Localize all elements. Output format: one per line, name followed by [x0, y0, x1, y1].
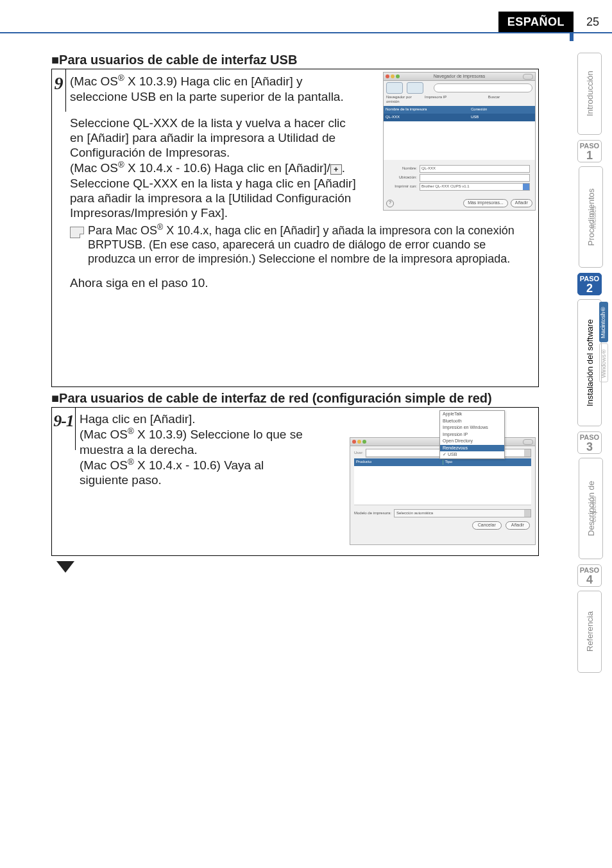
- plus-icon[interactable]: +: [330, 164, 342, 175]
- toolbar-toggle-icon[interactable]: [523, 439, 533, 445]
- step-9-1-para-1: Haga clic en [Añadir].: [80, 412, 310, 426]
- subtab-macintosh[interactable]: Macintosh®: [599, 302, 608, 342]
- protocol-menu[interactable]: AppleTalk Bluetooth Impresión en Windows…: [439, 410, 505, 459]
- shot1-titlebar: Navegador de impresoras: [384, 73, 535, 81]
- model-select[interactable]: Selección automática: [394, 509, 531, 517]
- step-9-number-text: 9: [55, 73, 64, 94]
- cancel-button[interactable]: Cancelar: [472, 521, 502, 530]
- step-9-1-box: 9-1 AppleTalk Bluetooth Impresión en Win…: [51, 407, 539, 556]
- paso-number: 3: [578, 441, 601, 453]
- menu-usb[interactable]: USB: [440, 451, 504, 458]
- shot1-field-nombre: Nombre: QL-XXX: [389, 165, 530, 173]
- search-input[interactable]: [434, 83, 532, 92]
- shot2-lbl-usar: Usar:: [354, 451, 363, 455]
- minimize-icon[interactable]: [357, 440, 361, 444]
- more-printers-button[interactable]: Más impresoras...: [463, 199, 508, 207]
- shot2-button-row: Cancelar Añadir: [350, 521, 530, 530]
- shot2-list-body[interactable]: [354, 466, 531, 505]
- close-icon[interactable]: [352, 440, 356, 444]
- side-tabs: Introducción PASO 1 Procedimientos inici…: [574, 53, 606, 674]
- shot1-val-impr: Brother QL-XXX CUPS v1.1: [421, 184, 470, 189]
- shot2-lbl-modelo: Modelo de impresora:: [354, 511, 391, 516]
- menu-winprint[interactable]: Impresión en Windows: [440, 424, 504, 431]
- step-9-1-number-text: 9-1: [53, 412, 74, 431]
- language-label: ESPAÑOL: [498, 12, 574, 32]
- header-tick: [570, 33, 574, 41]
- shot1-lbl-impr: Imprimir con:: [389, 184, 417, 189]
- ip-printer-icon[interactable]: [407, 82, 423, 94]
- shot1-field-impr: Imprimir con: Brother QL-XXX CUPS v1.1: [389, 183, 530, 191]
- window-controls[interactable]: [386, 74, 400, 78]
- shot1-list-header: Nombre de la impresora Conexión: [384, 106, 535, 114]
- shot2-col-tipo: Tipo: [443, 460, 532, 464]
- shot1-lbl-ubic: Ubicación:: [389, 175, 417, 180]
- step-9-para-3: (Mac OS® X 10.4.x - 10.6) Haga clic en […: [70, 160, 359, 220]
- continue-arrow-icon: [56, 561, 74, 573]
- menu-opendir[interactable]: Open Directory: [440, 438, 504, 445]
- zoom-icon[interactable]: [362, 440, 366, 444]
- shot1-field-ubic: Ubicación:: [389, 174, 530, 182]
- shot2-model-row: Modelo de impresora: Selección automátic…: [354, 509, 531, 517]
- paso-3[interactable]: PASO 3: [577, 431, 602, 454]
- shot1-title: Navegador de impresoras: [434, 74, 486, 80]
- tab-instalacion[interactable]: Instalación del software: [577, 299, 602, 426]
- screenshot-add-printer: AppleTalk Bluetooth Impresión en Windows…: [350, 410, 536, 545]
- tab-referencia[interactable]: Referencia: [577, 591, 602, 673]
- step-9-box: 9 Navegador de impresoras: [51, 69, 539, 387]
- header-divider: [0, 32, 612, 33]
- step-9-para-4: Ahora siga en el paso 10.: [70, 275, 532, 290]
- step-9-note: Para Mac OS® X 10.4.x, haga clic en [Aña…: [70, 223, 532, 266]
- close-icon[interactable]: [386, 74, 389, 78]
- paso-number: 2: [578, 282, 601, 294]
- minimize-icon[interactable]: [391, 74, 395, 78]
- paso-number: 1: [578, 150, 601, 161]
- tab-procedimientos-sub: iniciales: [590, 206, 600, 229]
- menu-bluetooth[interactable]: Bluetooth: [440, 418, 504, 425]
- default-browser-icon[interactable]: [386, 82, 403, 94]
- add-button[interactable]: Añadir: [506, 521, 530, 530]
- shot1-tb3: Buscar: [455, 95, 532, 105]
- shot2-list-header: Producto Tipo: [354, 458, 531, 466]
- zoom-icon[interactable]: [396, 74, 400, 78]
- menu-appletalk[interactable]: AppleTalk: [440, 411, 504, 418]
- step-9-1-para-3: (Mac OS® X 10.4.x - 10.6) Vaya al siguie…: [80, 457, 310, 488]
- help-icon[interactable]: ?: [386, 200, 394, 207]
- shot1-list-empty: [384, 121, 535, 160]
- step-9-1-body: AppleTalk Bluetooth Impresión en Windows…: [76, 408, 538, 555]
- paso-1[interactable]: PASO 1: [577, 140, 602, 162]
- paso-number: 4: [578, 574, 601, 586]
- subtab-windows[interactable]: Windows®: [599, 343, 608, 383]
- step-9-1-number: 9-1: [52, 408, 76, 450]
- shot1-sel-impr[interactable]: Brother QL-XXX CUPS v1.1: [420, 183, 530, 191]
- shot1-inp-nombre[interactable]: QL-XXX: [420, 165, 530, 173]
- step-9-body: Navegador de impresoras Navegador por om…: [66, 69, 538, 386]
- window-controls[interactable]: [352, 440, 366, 444]
- shot1-tb1: Navegador por omisión: [386, 95, 425, 105]
- menu-rendezvous[interactable]: Rendezvous: [440, 445, 504, 452]
- step-9-number: 9: [52, 69, 66, 112]
- toolbar-toggle-icon[interactable]: [523, 74, 533, 80]
- header-bar: ESPAÑOL 25: [498, 12, 612, 32]
- add-button[interactable]: Añadir: [511, 199, 532, 207]
- shot1-list-row[interactable]: QL-XXX USB: [384, 114, 535, 121]
- shot1-val-nombre: QL-XXX: [421, 166, 436, 171]
- menu-ipprint[interactable]: Impresión IP: [440, 431, 504, 438]
- shot2-val-modelo: Selección automática: [396, 511, 433, 516]
- step-9-para-2: Seleccione QL-XXX de la lista y vuelva a…: [70, 116, 359, 161]
- step-9-para-1: (Mac OS® X 10.3.9) Haga clic en [Añadir]…: [70, 73, 359, 104]
- shot1-inp-ubic[interactable]: [420, 174, 530, 182]
- step-9-1-para-2: (Mac OS® X 10.3.9) Seleccione lo que se …: [80, 426, 310, 457]
- shot1-col-conn: Conexión: [469, 107, 535, 112]
- paso-4[interactable]: PASO 4: [577, 564, 602, 587]
- shot1-toolbar: [384, 81, 535, 95]
- shot1-tb2: Impresora IP: [425, 95, 455, 105]
- screenshot-printer-browser: Navegador de impresoras Navegador por om…: [383, 72, 536, 211]
- paso-2[interactable]: PASO 2: [577, 273, 602, 295]
- section-net-title: ■Para usuarios de cable de interfaz de r…: [51, 391, 539, 406]
- tab-introduccion[interactable]: Introducción: [577, 53, 602, 135]
- shot1-footer: ? Más impresoras... Añadir: [386, 199, 532, 207]
- main-content: ■Para usuarios de cable de interfaz USB …: [51, 50, 539, 573]
- shot1-row-name: QL-XXX: [384, 115, 469, 119]
- page: ESPAÑOL 25 Introducción PASO 1 Procedimi…: [0, 0, 612, 868]
- shot2-col-producto: Producto: [354, 460, 443, 464]
